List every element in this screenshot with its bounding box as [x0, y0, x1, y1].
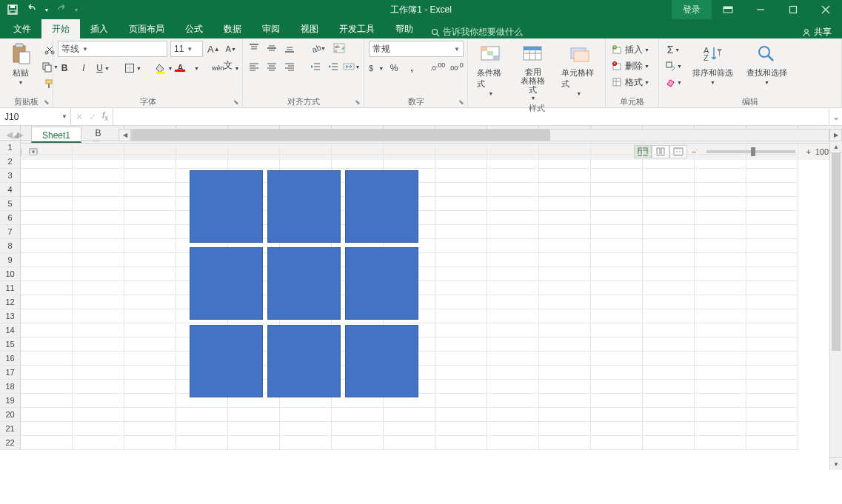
cell-K10[interactable]	[539, 267, 591, 281]
cell-K4[interactable]	[539, 183, 591, 197]
autosum-button[interactable]: Σ▼	[664, 42, 684, 57]
cell-J15[interactable]	[487, 337, 539, 352]
cell-I5[interactable]	[435, 197, 487, 211]
cell-C3[interactable]	[124, 169, 176, 183]
cell-A18[interactable]	[21, 380, 73, 394]
cell-A15[interactable]	[21, 337, 73, 352]
cell-E1[interactable]	[228, 141, 280, 155]
row-header-1[interactable]: 1	[0, 141, 21, 155]
cell-G22[interactable]	[332, 436, 384, 450]
cell-M5[interactable]	[643, 197, 695, 211]
redo-button[interactable]	[53, 1, 70, 18]
formula-input[interactable]	[113, 108, 829, 125]
cell-I1[interactable]	[435, 141, 487, 155]
expand-formula-bar-button[interactable]: ⌄	[829, 108, 842, 125]
cell-O10[interactable]	[746, 267, 798, 281]
cell-B14[interactable]	[73, 323, 124, 337]
conditional-format-button[interactable]: 条件格式▼	[472, 41, 509, 98]
number-format-combo[interactable]: 常规▼	[369, 41, 464, 57]
cell-K14[interactable]	[539, 323, 591, 337]
cell-G20[interactable]	[332, 408, 384, 422]
cell-O5[interactable]	[746, 197, 798, 211]
merge-button[interactable]: ▼	[344, 59, 359, 74]
phonetic-button[interactable]: wén文▼	[213, 61, 238, 75]
cell-A14[interactable]	[21, 323, 73, 337]
cell-B7[interactable]	[73, 225, 124, 239]
align-top-button[interactable]	[247, 41, 261, 56]
vertical-scrollbar[interactable]: ▲ ▼	[829, 141, 842, 470]
cell-K9[interactable]	[539, 253, 591, 267]
cell-L2[interactable]	[591, 155, 643, 169]
cell-M21[interactable]	[643, 422, 695, 436]
cell-F1[interactable]	[280, 141, 332, 155]
cell-I9[interactable]	[435, 253, 487, 267]
font-color-button[interactable]: A▼	[178, 61, 198, 75]
cell-M3[interactable]	[643, 169, 695, 183]
row-header-10[interactable]: 10	[0, 267, 21, 281]
save-button[interactable]	[4, 1, 21, 18]
cell-J20[interactable]	[487, 408, 539, 422]
cell-B9[interactable]	[73, 253, 124, 267]
cell-L7[interactable]	[591, 225, 643, 239]
cell-L12[interactable]	[591, 295, 643, 309]
cell-J3[interactable]	[487, 169, 539, 183]
cell-M22[interactable]	[643, 436, 695, 450]
cell-O3[interactable]	[746, 169, 798, 183]
cell-C10[interactable]	[124, 267, 176, 281]
cell-B5[interactable]	[73, 197, 124, 211]
cell-C5[interactable]	[124, 197, 176, 211]
cell-I2[interactable]	[435, 155, 487, 169]
bold-button[interactable]: B	[58, 61, 71, 75]
percent-button[interactable]: %	[387, 61, 401, 75]
cell-L10[interactable]	[591, 267, 643, 281]
cell-K8[interactable]	[539, 239, 591, 253]
decrease-decimal-button[interactable]: .00.0	[449, 61, 463, 75]
cell-E2[interactable]	[228, 155, 280, 169]
cell-B17[interactable]	[73, 366, 124, 380]
cell-M17[interactable]	[643, 366, 695, 380]
minimize-button[interactable]	[744, 0, 777, 19]
cell-A7[interactable]	[21, 225, 73, 239]
cell-N19[interactable]	[695, 394, 746, 408]
cell-B22[interactable]	[73, 436, 124, 450]
name-box[interactable]: J10▼	[0, 108, 71, 125]
cell-L19[interactable]	[591, 394, 643, 408]
cell-F20[interactable]	[280, 408, 332, 422]
align-right-button[interactable]	[283, 59, 296, 74]
tab-help[interactable]: 帮助	[385, 19, 424, 38]
cell-M16[interactable]	[643, 352, 695, 366]
wrap-text-button[interactable]: abc	[332, 41, 347, 56]
row-header-12[interactable]: 12	[0, 295, 21, 309]
sort-filter-button[interactable]: AZ 排序和筛选▼	[688, 41, 738, 87]
cell-N11[interactable]	[695, 281, 746, 295]
cell-O20[interactable]	[746, 408, 798, 422]
cell-B10[interactable]	[73, 267, 124, 281]
shape-rect-5[interactable]	[267, 247, 341, 320]
cell-I8[interactable]	[435, 239, 487, 253]
cell-D1[interactable]	[176, 141, 228, 155]
increase-decimal-button[interactable]: .0.00	[431, 61, 445, 75]
cell-O15[interactable]	[746, 337, 798, 352]
shape-rect-2[interactable]	[267, 170, 341, 243]
cell-B20[interactable]	[73, 408, 124, 422]
cell-C12[interactable]	[124, 295, 176, 309]
cell-I4[interactable]	[435, 183, 487, 197]
cell-H2[interactable]	[384, 155, 435, 169]
tab-page-layout[interactable]: 页面布局	[118, 19, 175, 38]
cell-O21[interactable]	[746, 422, 798, 436]
cell-H22[interactable]	[384, 436, 435, 450]
cell-J18[interactable]	[487, 380, 539, 394]
align-middle-button[interactable]	[265, 41, 278, 56]
cell-K1[interactable]	[539, 141, 591, 155]
cell-I14[interactable]	[435, 323, 487, 337]
cell-L5[interactable]	[591, 197, 643, 211]
cell-N9[interactable]	[695, 253, 746, 267]
cell-L18[interactable]	[591, 380, 643, 394]
cell-J22[interactable]	[487, 436, 539, 450]
cell-J14[interactable]	[487, 323, 539, 337]
format-cells-button[interactable]: 格式▼	[610, 75, 658, 90]
cell-B19[interactable]	[73, 394, 124, 408]
cell-I3[interactable]	[435, 169, 487, 183]
cell-A8[interactable]	[21, 239, 73, 253]
row-header-11[interactable]: 11	[0, 281, 21, 295]
